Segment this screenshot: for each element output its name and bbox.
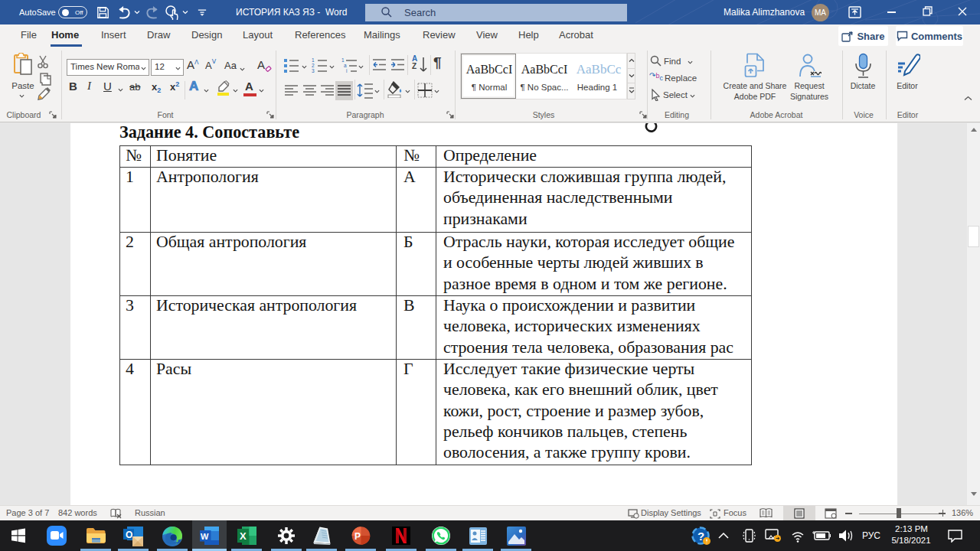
svg-text:i: i xyxy=(346,68,347,73)
svg-text:X: X xyxy=(240,530,247,542)
svg-text:O: O xyxy=(126,530,132,540)
svg-text:a: a xyxy=(344,63,347,68)
svg-text:W: W xyxy=(201,532,209,541)
svg-text:1: 1 xyxy=(341,57,345,63)
svg-text:P: P xyxy=(354,531,361,542)
svg-text:1: 1 xyxy=(312,57,315,63)
svg-text:2: 2 xyxy=(312,63,315,68)
svg-text:3: 3 xyxy=(312,68,315,73)
